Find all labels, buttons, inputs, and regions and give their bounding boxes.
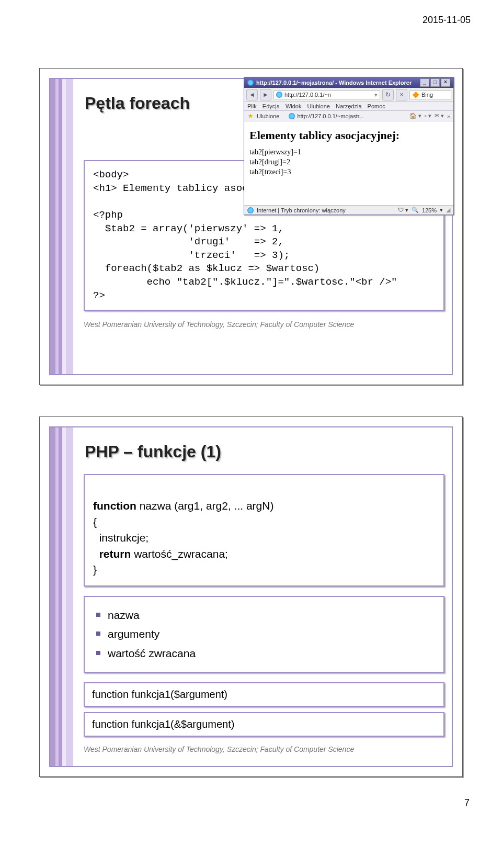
site-icon — [276, 92, 282, 98]
slide-1: http://127.0.0.1/~mojastrona/ - Windows … — [39, 68, 463, 385]
ie-icon — [247, 80, 254, 86]
signature-1: function funkcja1($argument) — [84, 682, 444, 707]
zoom-icon[interactable]: 🔍 — [412, 207, 419, 213]
output-line-1: tab2[pierwszy]=1 — [249, 148, 448, 157]
menu-plik[interactable]: Plik — [247, 103, 257, 109]
function-def-box: function nazwa (arg1, arg2, ... argN) { … — [84, 474, 444, 587]
bullet-nazwa: nazwa — [93, 607, 435, 623]
close-button[interactable]: × — [441, 78, 450, 87]
stop-button[interactable]: × — [396, 89, 407, 100]
window-title: http://127.0.0.1/~mojastrona/ - Windows … — [256, 80, 412, 86]
menu-pomoc[interactable]: Pomoc — [368, 103, 385, 109]
browser-window: http://127.0.0.1/~mojastrona/ - Windows … — [244, 77, 454, 215]
zoom-value: 125% — [422, 207, 437, 213]
feeds-icon[interactable]: ▫ ▾ — [425, 112, 431, 119]
side-strip — [50, 427, 73, 766]
bullet-argumenty: argumenty — [93, 626, 435, 642]
bullet-icon — [96, 613, 100, 617]
bullet-wartosc: wartość zwracana — [93, 646, 435, 661]
refresh-button[interactable]: ↻ — [382, 89, 394, 100]
slide-2: PHP – funkcje (1) function nazwa (arg1, … — [39, 416, 463, 777]
bullet-label: nazwa — [108, 607, 140, 623]
favorites-label[interactable]: Ulubione — [257, 113, 279, 119]
star-icon[interactable]: ★ — [247, 112, 254, 120]
menu-bar: Plik Edycja Widok Ulubione Narzędzia Pom… — [244, 102, 453, 111]
zoom-dropdown[interactable]: ▾ — [440, 207, 443, 213]
bullet-label: argumenty — [108, 626, 159, 642]
browser-viewport: Elementy tablicy asocjacyjnej: tab2[pier… — [244, 121, 453, 205]
def-line-1: nazwa (arg1, arg2, ... argN) — [140, 500, 274, 512]
nav-toolbar: ◄ ► http://127.0.0.1/~n ▾ ↻ × 🔶 Bing — [244, 88, 453, 102]
home-icon[interactable]: 🏠 ▾ — [409, 112, 421, 119]
menu-widok[interactable]: Widok — [286, 103, 302, 109]
browser-titlebar: http://127.0.0.1/~mojastrona/ - Windows … — [244, 77, 453, 88]
zone-icon — [247, 207, 254, 213]
tab-icon — [289, 113, 295, 119]
tab-title[interactable]: http://127.0.0.1/~mojastr... — [297, 113, 364, 119]
maximize-button[interactable]: □ — [430, 78, 440, 87]
side-strip — [50, 79, 73, 374]
bullet-icon — [96, 651, 100, 655]
page-number: 7 — [464, 797, 470, 808]
def-line-2: { — [93, 516, 97, 528]
header-date: 2015-11-05 — [423, 15, 471, 26]
status-text: Internet | Tryb chroniony: włączony — [257, 207, 346, 213]
def-line-5: } — [93, 563, 97, 576]
return-keyword: return — [93, 548, 131, 560]
chevron-icon[interactable]: » — [447, 113, 450, 119]
def-line-4-rest: wartość_zwracana; — [131, 548, 228, 560]
status-bar: Internet | Tryb chroniony: włączony 🛡 ▾ … — [244, 205, 453, 215]
search-box[interactable]: 🔶 Bing — [409, 91, 451, 99]
favorites-row: ★ Ulubione http://127.0.0.1/~mojastr... … — [244, 111, 453, 121]
output-line-3: tab2[trzeci]=3 — [249, 167, 448, 177]
def-line-3: instrukcje; — [93, 532, 149, 544]
page-heading: Elementy tablicy asocjacyjnej: — [249, 129, 448, 142]
slide-footer: West Pomeranian University of Technology… — [84, 320, 444, 329]
slide-title: PHP – funkcje (1) — [85, 442, 444, 461]
back-button[interactable]: ◄ — [246, 89, 258, 100]
bullet-label: wartość zwracana — [108, 646, 196, 661]
menu-narzedzia[interactable]: Narzędzia — [336, 103, 362, 109]
address-bar[interactable]: http://127.0.0.1/~n ▾ — [273, 91, 380, 99]
protected-icon: 🛡 ▾ — [398, 207, 408, 213]
search-provider: Bing — [421, 92, 433, 98]
bullet-icon — [96, 632, 100, 636]
slide-footer: West Pomeranian University of Technology… — [84, 745, 444, 753]
address-text: http://127.0.0.1/~n — [284, 92, 331, 98]
signature-2: function funkcja1(&$argument) — [84, 712, 444, 737]
forward-button[interactable]: ► — [260, 89, 271, 100]
minimize-button[interactable]: _ — [420, 78, 429, 87]
resize-grip[interactable]: ◢ — [446, 207, 450, 213]
mail-icon[interactable]: ✉ ▾ — [435, 112, 444, 119]
output-line-2: tab2[drugi]=2 — [249, 157, 448, 167]
bullets-box: nazwa argumenty wartość zwracana — [84, 596, 444, 673]
menu-edycja[interactable]: Edycja — [263, 103, 280, 109]
menu-ulubione[interactable]: Ulubione — [307, 103, 330, 109]
